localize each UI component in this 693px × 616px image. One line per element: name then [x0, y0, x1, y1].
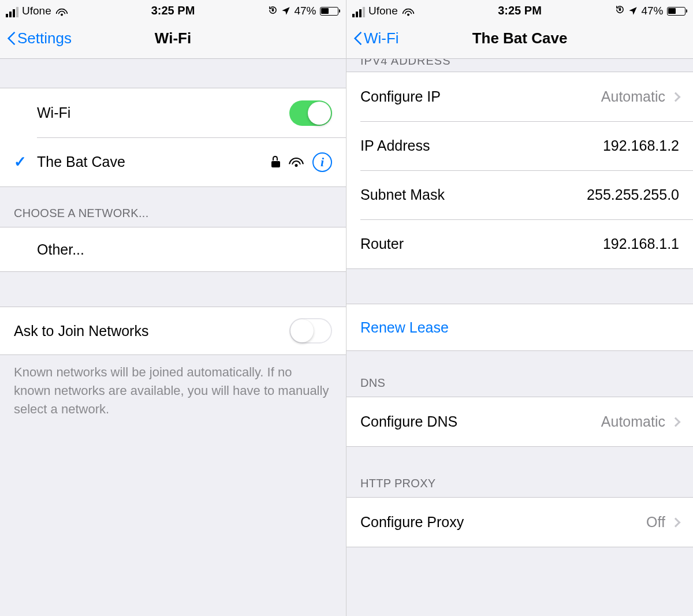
- chevron-right-icon: [671, 417, 681, 427]
- back-button[interactable]: Wi-Fi: [353, 29, 399, 47]
- subnet-mask-value: 255.255.255.0: [587, 186, 679, 203]
- other-label: Other...: [37, 241, 84, 258]
- chevron-right-icon: [671, 517, 681, 527]
- battery-icon: [667, 7, 688, 16]
- current-network-row[interactable]: ✓ The Bat Cave i: [0, 137, 346, 186]
- network-name: The Bat Cave: [37, 154, 125, 170]
- router-value: 192.168.1.1: [603, 236, 679, 252]
- battery-label: 47%: [641, 5, 663, 17]
- page-title: The Bat Cave: [472, 29, 568, 47]
- page-title: Wi-Fi: [155, 29, 191, 47]
- dns-header: DNS: [346, 351, 693, 397]
- wifi-strength-icon: [289, 156, 303, 168]
- back-label: Settings: [17, 29, 72, 47]
- chevron-right-icon: [671, 92, 681, 102]
- subnet-mask-row: Subnet Mask 255.255.255.0: [346, 170, 693, 219]
- ask-to-join-label: Ask to Join Networks: [14, 323, 148, 339]
- info-icon[interactable]: i: [312, 152, 332, 172]
- renew-lease-label: Renew Lease: [360, 319, 449, 336]
- clock-label: 3:25 PM: [498, 4, 542, 17]
- configure-proxy-row[interactable]: Configure Proxy Off: [346, 498, 693, 547]
- svg-rect-0: [272, 9, 274, 12]
- http-proxy-header: HTTP PROXY: [346, 447, 693, 497]
- other-network-row[interactable]: Other...: [0, 227, 346, 271]
- battery-icon: [320, 7, 341, 16]
- configure-ip-row[interactable]: Configure IP Automatic: [346, 72, 693, 121]
- router-label: Router: [360, 236, 404, 252]
- wifi-status-icon: [403, 8, 413, 17]
- configure-proxy-label: Configure Proxy: [360, 514, 464, 531]
- configure-ip-label: Configure IP: [360, 88, 441, 105]
- configure-dns-label: Configure DNS: [360, 413, 457, 430]
- status-bar: Ufone 3:25 PM 47%: [346, 0, 693, 18]
- signal-icon: [352, 7, 365, 17]
- signal-icon: [6, 7, 18, 17]
- status-bar: Ufone 3:25 PM 47%: [0, 0, 346, 18]
- ask-to-join-row[interactable]: Ask to Join Networks: [0, 307, 346, 354]
- ip-address-row: IP Address 192.168.1.2: [346, 121, 693, 170]
- checkmark-icon: ✓: [14, 153, 27, 171]
- router-row: Router 192.168.1.1: [346, 219, 693, 268]
- ip-address-label: IP Address: [360, 137, 430, 154]
- choose-network-header: CHOOSE A NETWORK...: [0, 187, 346, 227]
- right-screen: Ufone 3:25 PM 47% Wi-Fi The Bat Cave: [346, 0, 693, 616]
- wifi-status-icon: [56, 8, 67, 17]
- configure-dns-row[interactable]: Configure DNS Automatic: [346, 397, 693, 446]
- carrier-label: Ufone: [368, 5, 398, 17]
- configure-dns-value: Automatic: [601, 413, 665, 430]
- battery-label: 47%: [294, 5, 316, 17]
- ipv4-header: IPV4 ADDRESS: [346, 59, 693, 72]
- location-icon: [628, 6, 638, 16]
- back-label: Wi-Fi: [364, 29, 399, 47]
- wifi-toggle-row[interactable]: Wi-Fi: [0, 88, 346, 137]
- configure-ip-value: Automatic: [601, 88, 665, 105]
- chevron-left-icon: [7, 31, 16, 47]
- orientation-lock-icon: [615, 5, 625, 17]
- configure-proxy-value: Off: [646, 514, 665, 531]
- svg-rect-1: [619, 9, 621, 11]
- clock-label: 3:25 PM: [151, 4, 195, 17]
- orientation-lock-icon: [268, 5, 278, 17]
- lock-icon: [271, 156, 280, 167]
- wifi-switch[interactable]: [289, 100, 332, 126]
- chevron-left-icon: [353, 31, 363, 47]
- back-button[interactable]: Settings: [7, 29, 72, 47]
- ip-address-value: 192.168.1.2: [603, 137, 679, 154]
- nav-bar: Wi-Fi The Bat Cave: [346, 18, 693, 59]
- carrier-label: Ufone: [22, 5, 51, 17]
- ask-to-join-switch[interactable]: [289, 318, 332, 344]
- left-screen: Ufone 3:25 PM 47% Settings Wi-Fi: [0, 0, 346, 616]
- wifi-label: Wi-Fi: [37, 104, 70, 121]
- ask-to-join-footer: Known networks will be joined automatica…: [0, 355, 346, 427]
- location-icon: [281, 6, 290, 16]
- renew-lease-row[interactable]: Renew Lease: [346, 304, 693, 350]
- nav-bar: Settings Wi-Fi: [0, 18, 346, 59]
- subnet-mask-label: Subnet Mask: [360, 186, 445, 203]
